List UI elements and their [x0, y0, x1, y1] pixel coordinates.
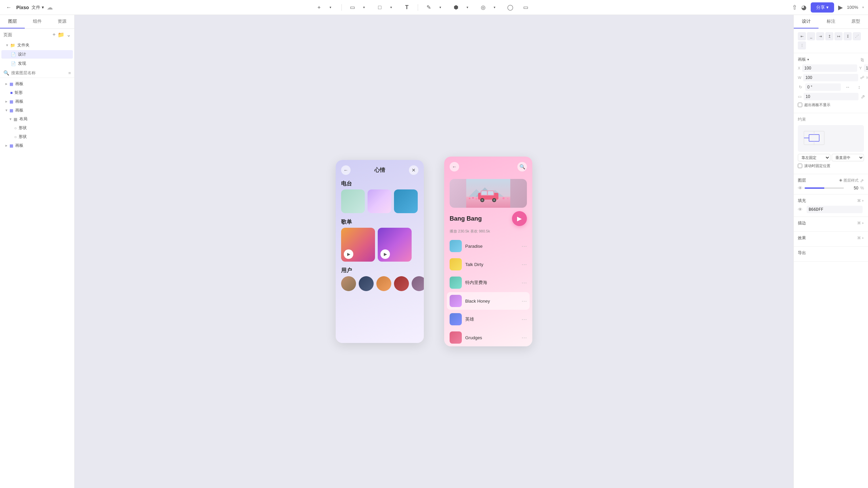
align-center-v-icon[interactable]: ↦ [834, 32, 843, 40]
playlist-play-1[interactable]: ▶ [344, 249, 353, 259]
v-constraint-select[interactable]: 垂直居中 靠上固定 靠下固定 上下拉伸 [832, 154, 864, 161]
mask-dropdown-button[interactable]: ▾ [490, 3, 499, 12]
x-input[interactable] [802, 64, 857, 72]
layer-caret-1[interactable]: ► [5, 82, 8, 86]
layer-frame-4[interactable]: ► ▦ 画板 [1, 141, 73, 150]
flip-h-button[interactable]: ↔ [843, 84, 852, 90]
panel-tab-prototype[interactable]: 原型 [843, 15, 868, 28]
layer-caret-3[interactable] [5, 108, 8, 112]
layer-style-expand[interactable]: ⇗ [860, 178, 864, 183]
tab-layers[interactable]: 图层 [0, 15, 25, 28]
phone-mockup-left[interactable]: ← 心情 ✕ 电台 歌单 [336, 160, 424, 343]
canvas-expand-icon[interactable]: ⧎ [861, 57, 864, 62]
panel-tab-annotation[interactable]: 标注 [818, 15, 843, 28]
song-more-2[interactable]: ⋯ [521, 261, 527, 268]
fill-visibility-icon[interactable]: 👁 [798, 207, 803, 212]
radio-item-3[interactable] [394, 189, 418, 213]
song-play-button[interactable]: ▶ [512, 211, 527, 226]
add-dropdown-button[interactable]: ▾ [326, 3, 335, 12]
back-button[interactable]: ← [4, 3, 14, 12]
user-avatar-4[interactable] [394, 276, 409, 291]
playlist-item-1[interactable]: ▶ [341, 228, 375, 262]
align-right-icon[interactable]: ⇥ [816, 32, 824, 40]
zoom-level[interactable]: 100% [847, 5, 858, 10]
distribute-h-icon[interactable]: ⋰ [853, 32, 861, 40]
clip-checkbox[interactable] [798, 103, 802, 107]
user-avatar-1[interactable] [341, 276, 356, 291]
song-item-4[interactable]: Black Honey ⋯ [447, 292, 530, 310]
cloud-icon[interactable]: ☁ [47, 4, 53, 11]
phone-mockup-right[interactable]: ← 🔍 [444, 157, 532, 346]
radio-item-1[interactable] [341, 189, 365, 213]
layer-circle-1[interactable]: ○ 形状 [1, 124, 73, 132]
layer-frame-1[interactable]: ► ▦ 画板 [1, 80, 73, 88]
visibility-icon[interactable]: 👁 [798, 185, 803, 191]
layer-caret-2[interactable]: ► [5, 100, 8, 103]
song-item-3[interactable]: 特内里费海 ⋯ [447, 274, 530, 291]
canvas-area[interactable]: ← 心情 ✕ 电台 歌单 [75, 15, 793, 488]
align-center-h-icon[interactable]: ⎯ [807, 32, 815, 40]
shape-tool-button[interactable]: □ [375, 3, 384, 12]
folder-caret[interactable] [5, 43, 9, 47]
page-item-design[interactable]: 📄 设计 [1, 50, 73, 59]
song-more-1[interactable]: ⋯ [521, 243, 527, 249]
align-left-icon[interactable]: ⇤ [798, 32, 806, 40]
user-avatar-2[interactable] [359, 276, 374, 291]
distribute-v-icon[interactable]: ⋮ [798, 41, 806, 49]
page-item-folder[interactable]: 📁 文件夹 [1, 41, 73, 49]
search-input[interactable] [11, 70, 66, 75]
song-more-3[interactable]: ⋯ [521, 280, 527, 286]
tab-components[interactable]: 组件 [25, 15, 50, 28]
layer-rect-1[interactable]: ■ 矩形 [1, 88, 73, 97]
rotation-input[interactable] [805, 83, 841, 91]
layer-circle-2[interactable]: ○ 形状 [1, 133, 73, 141]
upload-icon[interactable]: ⇧ [792, 4, 797, 11]
frame-dropdown-button[interactable]: ▾ [359, 3, 369, 12]
panel-tab-design[interactable]: 设计 [794, 15, 818, 28]
pen-dropdown-button[interactable]: ▾ [436, 3, 445, 12]
song-more-4[interactable]: ⋯ [521, 298, 527, 304]
filter-icon[interactable]: ≡ [68, 70, 71, 76]
left-back-button[interactable]: ← [341, 165, 351, 175]
align-top-icon[interactable]: ↥ [825, 32, 833, 40]
layer-frame-2[interactable]: ► ▦ 画板 [1, 97, 73, 106]
playlist-play-2[interactable]: ▶ [380, 249, 390, 259]
left-close-button[interactable]: ✕ [409, 165, 418, 175]
song-more-5[interactable]: ⋯ [521, 316, 527, 323]
layer-caret-4[interactable]: ► [5, 144, 8, 147]
song-item-1[interactable]: Paradise ⋯ [447, 237, 530, 255]
frame-tool-button[interactable]: ▭ [348, 3, 357, 12]
song-item-6[interactable]: Grudges ⋯ [447, 329, 530, 346]
fill-opacity-input[interactable] [865, 207, 868, 212]
add-tool-button[interactable]: + [314, 3, 324, 12]
corner-input[interactable] [804, 93, 859, 100]
add-page-icon[interactable]: + [53, 32, 56, 38]
share-button[interactable]: 分享 ▾ [811, 2, 834, 13]
song-item-2[interactable]: Talk Dirty ⋯ [447, 256, 530, 273]
layer-frame-3[interactable]: ▦ 画板 [1, 106, 73, 115]
song-more-6[interactable]: ⋯ [521, 334, 527, 341]
pen-tool-button[interactable]: ✎ [424, 3, 434, 12]
link-icon[interactable]: ☍ [860, 75, 864, 80]
component-tool-button[interactable]: ⬢ [451, 3, 461, 12]
circle-tool-button[interactable]: ◯ [506, 3, 515, 12]
right-search-button[interactable]: 🔍 [517, 162, 527, 171]
align-bottom-icon[interactable]: ↧ [844, 32, 852, 40]
song-item-5[interactable]: 英雄 ⋯ [447, 310, 530, 328]
opacity-input[interactable] [846, 186, 858, 190]
right-back-button[interactable]: ← [450, 162, 459, 171]
component-dropdown-button[interactable]: ▾ [463, 3, 472, 12]
layer-group-1[interactable]: ▦ 布局 [1, 115, 73, 123]
playlist-item-2[interactable]: ▶ [378, 228, 412, 262]
flip-v-button[interactable]: ↕ [854, 84, 864, 90]
tab-assets[interactable]: 资源 [50, 15, 74, 28]
text-tool-button[interactable]: T [402, 3, 412, 12]
mask-tool-button[interactable]: ◎ [478, 3, 488, 12]
user-avatar-3[interactable] [376, 276, 391, 291]
opacity-slider[interactable] [805, 187, 844, 189]
group-caret-1[interactable] [9, 117, 12, 121]
w-input[interactable] [803, 74, 858, 81]
play-preview-icon[interactable]: ▶ [838, 4, 843, 11]
fixed-scroll-checkbox[interactable] [798, 164, 802, 168]
y-input[interactable] [864, 64, 868, 72]
